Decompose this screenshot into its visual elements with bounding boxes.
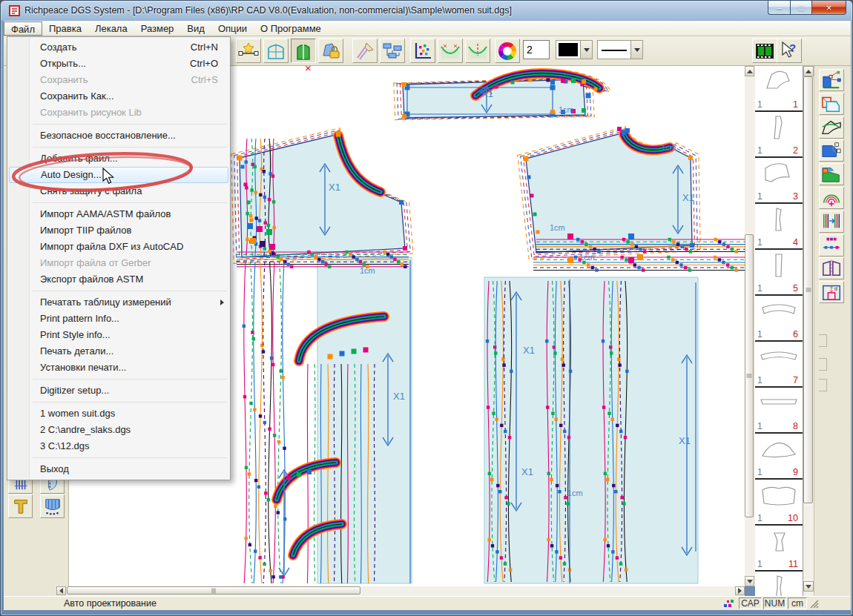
pleat-transfer-tool[interactable] (819, 211, 844, 233)
pattern-thumbnail-8[interactable]: 18 (755, 388, 803, 434)
pattern-thumbnail-5[interactable]: 15 (755, 250, 803, 296)
depth-measure-tool[interactable]: d (819, 281, 844, 303)
pattern-list-scrollbar[interactable] (803, 66, 814, 596)
color-wheel-tool[interactable] (495, 39, 520, 63)
menu-item-импорт-aama-astm-файлов[interactable]: Импорт AAMA/ASTM файлов (7, 206, 230, 222)
scroll-left-button[interactable] (56, 586, 66, 595)
scroll-down-button[interactable] (803, 581, 814, 592)
pattern-node (533, 213, 537, 216)
minimize-button[interactable]: – (768, 1, 790, 15)
point-order-tool[interactable] (819, 234, 844, 256)
pattern-node (402, 114, 406, 119)
menu-item-print-pattern-info-[interactable]: Print pattern Info... (7, 311, 230, 327)
menu-item-2-c-andre-slaks-dgs[interactable]: 2 C:\andre_slaks.dgs (7, 422, 230, 438)
menu-item-экспорт-файлов-astm[interactable]: Экспорт файлов ASTM (7, 271, 230, 288)
menu-item-digitizer-setup-[interactable]: Digitizer setup... (7, 382, 230, 399)
piece-sleeve-panel[interactable] (317, 257, 412, 583)
menu-item-снять-защиту-с-файла[interactable]: Снять защиту с файла (7, 183, 230, 199)
canvas-label: 1cm (567, 489, 583, 497)
context-help-tool[interactable]: ? (777, 39, 802, 63)
menubar-item-3[interactable]: Лекала (88, 21, 134, 36)
resize-grip[interactable] (809, 599, 820, 609)
menubar-item-6[interactable]: Опции (211, 21, 254, 36)
color-dropdown-button[interactable] (580, 41, 592, 59)
pattern-thumbnail-3[interactable]: 13 (755, 158, 803, 204)
scroll-up-button[interactable] (803, 66, 814, 76)
film-record-tool[interactable] (752, 39, 777, 63)
line-style-dropdown-button[interactable] (630, 41, 642, 59)
menubar-item-7[interactable]: О Программе (254, 21, 328, 36)
piece-quantity: 1 (757, 145, 763, 156)
menu-item-выход[interactable]: Выход (7, 461, 230, 477)
menubar-item-2[interactable]: Правка (42, 21, 88, 36)
pattern-thumbnail-1[interactable]: 11 (755, 66, 803, 112)
menu-item-безопасное-восстановление-[interactable]: Безопасное восстановление... (7, 127, 230, 144)
vscroll-thumb[interactable] (745, 234, 754, 517)
piece-number: 8 (793, 421, 798, 431)
scroll-right-button[interactable] (735, 586, 745, 595)
seam-allowance-tool[interactable] (465, 39, 490, 63)
line-style-dropdown[interactable] (597, 40, 643, 59)
pattern-thumbnail-2[interactable]: 12 (755, 112, 803, 158)
menu-item-импорт-файла-dxf-из-autocad[interactable]: Импорт файла DXF из AutoCAD (7, 239, 230, 255)
menubar-item-4[interactable]: Размер (134, 21, 181, 36)
menu-item-установки-печати-[interactable]: Установки печати... (7, 360, 230, 376)
canvas-hscrollbar[interactable] (56, 586, 745, 596)
menu-item-3-c-12-dgs[interactable]: 3 C:\12.dgs (7, 438, 230, 454)
pattern-thumbnail-10[interactable]: 110 (755, 480, 803, 526)
menu-item-добавить-файл-[interactable]: Добавить файл... (7, 150, 230, 167)
pattern-thumbnail-11[interactable]: 111 (755, 526, 803, 572)
pattern-lock-tool[interactable] (318, 39, 343, 63)
menu-item-импорт-tiip-файлов[interactable]: Импорт TIIP файлов (7, 222, 230, 239)
list-scroll-thumb[interactable] (803, 76, 813, 503)
piece-shape-icon (757, 526, 801, 558)
close-button[interactable]: × (811, 1, 846, 15)
menu-item-1-women-suit-dgs[interactable]: 1 women suit.dgs (7, 405, 230, 422)
canvas-vscrollbar[interactable] (745, 66, 755, 586)
point-edit-tool[interactable] (236, 39, 261, 63)
menu-item-печать-детали-[interactable]: Печать детали... (7, 343, 230, 360)
flowchart-tool[interactable] (380, 39, 405, 63)
menu-item-сохранить-как-[interactable]: Сохранить Как... (7, 88, 230, 105)
gather-tool[interactable] (40, 494, 65, 518)
pattern-thumbnail-6[interactable]: 16 (755, 296, 803, 342)
piece-number: 9 (793, 467, 798, 477)
pattern-piece-list[interactable]: 111213141516171819110111 (755, 66, 803, 596)
menu-item-печатать-таблицу-измерений[interactable]: Печатать таблицу измерений (7, 294, 230, 311)
menu-item-сохранить: СохранитьCtrl+S (7, 72, 230, 88)
maximize-button[interactable]: □ (790, 1, 811, 15)
pattern-thumbnail-4[interactable]: 14 (755, 204, 803, 250)
mirror-pattern-tool[interactable] (819, 257, 844, 279)
scatter-plot-tool[interactable] (410, 39, 435, 63)
file-menu-popup: СоздатьCtrl+NОткрыть...Ctrl+OСохранитьCt… (7, 36, 231, 480)
pen-width-input[interactable] (523, 40, 550, 59)
pattern-node (328, 354, 333, 360)
menu-item-auto-design-[interactable]: Auto Design... (9, 167, 228, 183)
menu-item-print-style-info-[interactable]: Print Style info... (7, 327, 230, 343)
trace-pattern-tool[interactable] (819, 116, 844, 139)
copy-pattern-tool[interactable] (819, 93, 844, 115)
piece-front-bodice[interactable] (231, 128, 413, 264)
edit-pattern-tool[interactable] (819, 139, 844, 162)
menubar-item-5[interactable]: Вид (180, 21, 211, 36)
flare-tool[interactable] (819, 187, 844, 209)
pattern-thumbnail-7[interactable]: 17 (755, 342, 803, 388)
text-tool[interactable] (8, 494, 33, 518)
fill-pattern-tool[interactable] (819, 163, 844, 185)
pattern-shield-tool[interactable] (291, 39, 316, 63)
scroll-down-button[interactable] (745, 576, 754, 586)
brush-tool[interactable] (352, 39, 378, 63)
move-pattern-tool[interactable] (819, 69, 844, 91)
pattern-window-tool[interactable] (263, 39, 289, 63)
menu-item-создать[interactable]: СоздатьCtrl+N (7, 39, 230, 56)
seam-check-tool[interactable] (438, 39, 463, 63)
color-swatch-dropdown[interactable] (556, 40, 593, 59)
pattern-thumbnail-9[interactable]: 19 (755, 434, 803, 480)
pattern-thumbnail-partial[interactable] (755, 572, 803, 596)
hscroll-thumb[interactable] (67, 586, 360, 595)
scroll-up-button[interactable] (745, 66, 754, 76)
piece-shape-icon (757, 204, 801, 236)
menubar-item-1[interactable]: Файл (4, 21, 42, 36)
menu-item-открыть-[interactable]: Открыть...Ctrl+O (7, 56, 230, 72)
title-bar[interactable]: Richpeace DGS System - [D:\Program Files… (1, 1, 853, 21)
